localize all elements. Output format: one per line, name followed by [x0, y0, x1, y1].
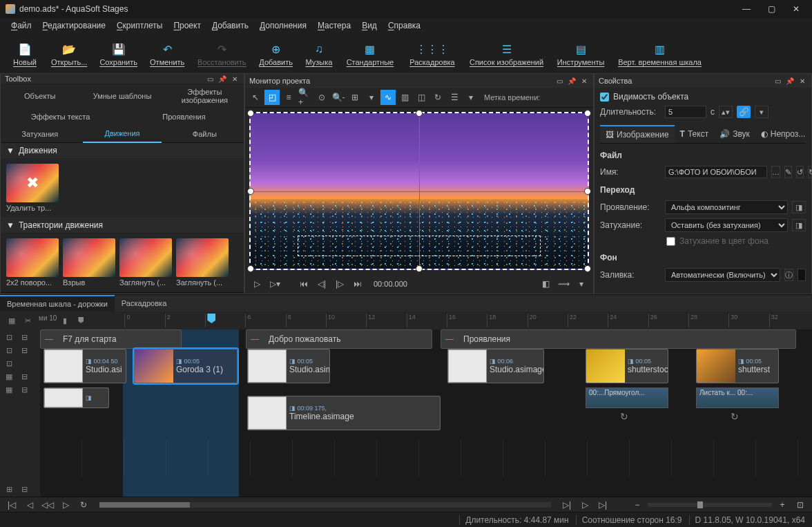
color-swatch[interactable] [798, 269, 806, 281]
panel-pin-icon[interactable]: 📌 [218, 74, 227, 84]
minimize-button[interactable]: — [736, 0, 757, 18]
toolbox-tab[interactable]: Эффекты изображения [166, 84, 244, 108]
step-back-icon[interactable]: ◁| [314, 276, 329, 291]
nav-fwd-icon[interactable]: ▷| [559, 497, 574, 512]
menu-редактирование[interactable]: Редактирование [39, 19, 110, 32]
rotate-left-icon[interactable]: ↺ [796, 166, 804, 178]
list-tool-icon[interactable]: ≡ [281, 90, 296, 105]
menu-дополнения[interactable]: Дополнения [255, 19, 311, 32]
nav-next-icon[interactable]: ▷ [577, 497, 592, 512]
menu-справка[interactable]: Справка [384, 19, 425, 32]
new-button[interactable]: 📄Новый [8, 40, 41, 68]
track-btn-icon[interactable]: ⊟ [17, 370, 32, 383]
camera-icon[interactable]: ◧ [538, 276, 553, 291]
close-button[interactable]: ✕ [786, 0, 806, 18]
duration-input[interactable] [665, 106, 706, 118]
grid-dropdown-icon[interactable]: ▾ [364, 90, 379, 105]
fx-icon[interactable]: ◨ [792, 201, 806, 213]
timeline-clip[interactable]: ◨ 00:05shutterst [696, 349, 779, 383]
link-dropdown-icon[interactable]: ▾ [755, 106, 768, 118]
repeat-icon[interactable]: ↻ [620, 411, 628, 422]
timeline-lane[interactable]: —F7 для старта [40, 329, 182, 349]
toolbox-tab[interactable]: Проявления [124, 108, 244, 125]
toolbox-tab[interactable]: Файлы [166, 126, 244, 142]
motion-thumb[interactable]: Взрыв [63, 238, 115, 287]
fadeout-select[interactable]: Оставить (без затухания) [665, 218, 788, 232]
nav-first-icon[interactable]: |◁ [4, 497, 19, 512]
nav-last-icon[interactable]: ▷| [595, 497, 610, 512]
music-button[interactable]: ♫Музыка [302, 40, 336, 68]
storyboard-button[interactable]: ⋮⋮⋮Раскадровка [405, 40, 460, 68]
path-tool-icon[interactable]: ∿ [380, 90, 396, 105]
maximize-button[interactable]: ▢ [761, 0, 782, 18]
zoom-fit-icon[interactable]: ⊡ [793, 497, 808, 512]
tab-opacity[interactable]: ◐Непроз... [755, 125, 811, 143]
motion-thumb[interactable]: Заглянуть (... [176, 238, 229, 287]
track-dropdown-icon[interactable]: ▾ [574, 276, 589, 291]
menu-проект[interactable]: Проект [169, 19, 205, 32]
toolbox-tab[interactable]: Объекты [1, 88, 79, 104]
cut-icon[interactable]: ✂ [20, 314, 35, 327]
timeline-lane[interactable]: —Проявления [441, 329, 796, 349]
nav-play-icon[interactable]: ▷ [58, 497, 73, 512]
timeline-audio-clip[interactable]: 00:...Прямоугол... [586, 387, 668, 408]
panel-close-icon[interactable]: ✕ [579, 76, 589, 86]
timeline-ruler[interactable]: 02468101214161820222426283032 [124, 314, 809, 327]
toolbox-tab[interactable]: Умные шаблоны [83, 88, 161, 104]
redo-button[interactable]: ↷Восстановить [194, 40, 249, 68]
marker-icon[interactable]: ▮ [57, 314, 72, 327]
panel-pin-icon[interactable]: 📌 [785, 76, 795, 86]
panel-pin-icon[interactable]: 📌 [567, 76, 577, 86]
panel-close-icon[interactable]: ✕ [798, 76, 807, 86]
tab-storyboard[interactable]: Раскадровка [115, 296, 173, 311]
track-btn-icon[interactable]: ⊞ [1, 483, 17, 495]
track-btn-icon[interactable]: ⊟ [17, 344, 32, 356]
toolbox-tab[interactable]: Эффекты текста [1, 108, 120, 125]
zoom-fit-icon[interactable]: ⊙ [314, 90, 329, 105]
align-dropdown-icon[interactable]: ▾ [463, 90, 478, 105]
track-btn-icon[interactable]: ⊡ [1, 344, 17, 356]
toolbox-tab[interactable]: Затухания [1, 126, 79, 142]
panel-float-icon[interactable]: ▭ [554, 76, 564, 86]
menu-вид[interactable]: Вид [358, 19, 381, 32]
motion-thumb[interactable]: 2x2 поворо... [6, 238, 59, 287]
play-options-icon[interactable]: ▷▾ [267, 276, 282, 291]
timeline-clip[interactable]: ◨ 00:05Studio.asima [247, 349, 330, 383]
timeline-clip[interactable]: ◨ 00:04 50Studio.asi [44, 349, 126, 383]
menu-скриптлеты[interactable]: Скриптлеты [113, 19, 166, 32]
zoom-in-icon[interactable]: 🔍+ [298, 90, 313, 105]
menu-мастера[interactable]: Мастера [313, 19, 355, 32]
motion-thumb[interactable]: Заглянуть (... [119, 238, 172, 287]
rotate-icon[interactable]: ↻ [430, 90, 445, 105]
tab-image[interactable]: 🖼Изображение [600, 125, 675, 143]
browse-icon[interactable]: … [771, 166, 780, 178]
timeline-clip[interactable]: ◨ 00:06Studio.asimage [447, 349, 544, 383]
visibility-checkbox[interactable]: Видимость объекта [600, 92, 806, 102]
track-btn-icon[interactable]: ⊟ [17, 383, 32, 396]
track-btn-icon[interactable]: ⊟ [17, 483, 32, 495]
nav-back-icon[interactable]: ◁◁ [40, 497, 55, 512]
fill-select[interactable]: Автоматически (Включить) [665, 268, 780, 282]
duration-spinner-icon[interactable]: ▴▾ [719, 106, 733, 118]
add-button[interactable]: ⊕Добавить [256, 40, 296, 68]
select-tool-icon[interactable]: ◰ [264, 90, 280, 105]
tab-text[interactable]: TТекст [675, 125, 715, 143]
timeline-audio-clip[interactable]: Листать к... 00:... [696, 387, 779, 408]
nav-loop-icon[interactable]: ↻ [76, 497, 91, 512]
nav-scrollbar[interactable] [99, 502, 190, 508]
filename-input[interactable] [665, 166, 767, 178]
track-btn-icon[interactable]: ▦ [1, 383, 17, 396]
track-icon[interactable]: ⟿ [556, 276, 571, 291]
arrow-tool-icon[interactable]: ↖ [248, 90, 263, 105]
zoom-in-icon[interactable]: + [775, 497, 790, 512]
info-icon[interactable]: ⓘ [784, 269, 793, 281]
tl-tool-icon[interactable]: ▦ [4, 314, 19, 327]
preview-canvas[interactable] [249, 112, 589, 270]
track-btn-icon[interactable]: ⊡ [1, 331, 17, 343]
timeline-clip[interactable]: ◨ 00:05shutterstock_ [586, 349, 668, 383]
tab-sound[interactable]: 🔊Звук [714, 125, 755, 143]
zoom-out-icon[interactable]: 🔍- [331, 90, 346, 105]
menu-файл[interactable]: Файл [7, 19, 36, 32]
rewind-icon[interactable]: ⏮ [296, 276, 311, 291]
menu-добавить[interactable]: Добавить [208, 19, 253, 32]
